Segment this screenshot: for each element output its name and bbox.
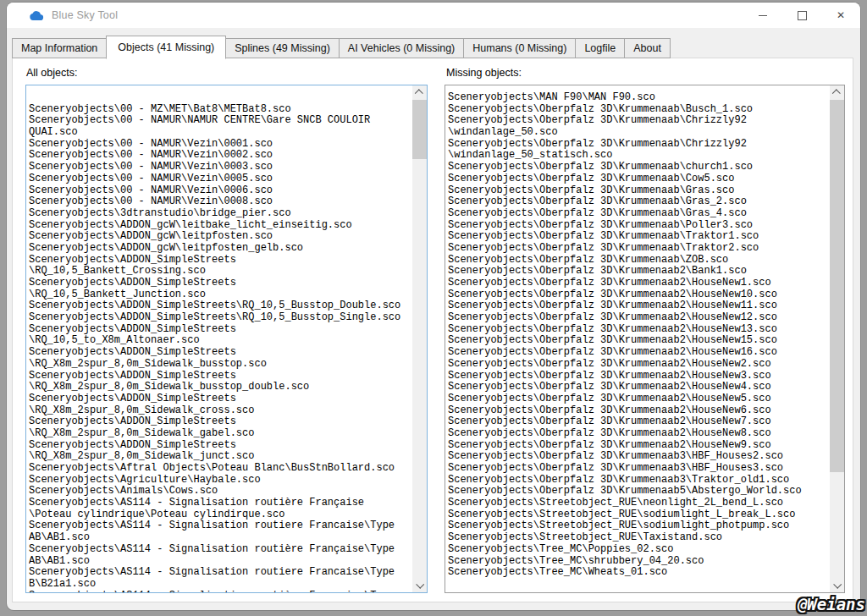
list-item[interactable]: \RQ_X8m_2spur_8,0m_Sidewalk_cross.sco	[29, 405, 412, 417]
list-item[interactable]: Sceneryobjects\00 - NAMUR\Vezin\0006.sco	[29, 185, 412, 197]
list-item[interactable]: Sceneryobjects\Oberpfalz 3D\Krummenaab\P…	[448, 220, 830, 232]
scroll-up-button[interactable]	[412, 85, 427, 100]
list-item[interactable]: Sceneryobjects\Oberpfalz 3D\Krummenaab2\…	[448, 278, 830, 289]
list-item[interactable]: Sceneryobjects\Oberpfalz 3D\Krummenaab2\…	[448, 300, 830, 312]
list-item[interactable]: Sceneryobjects\Oberpfalz 3D\Krummenaab5\…	[448, 486, 830, 498]
list-item[interactable]: Sceneryobjects\00 - NAMUR\Vezin\0001.sco	[29, 139, 412, 151]
list-item[interactable]: AB\AB1.sco	[29, 556, 412, 568]
list-item[interactable]: Sceneryobjects\00 - NAMUR\Vezin\0002.sco	[29, 150, 412, 162]
list-item[interactable]: Sceneryobjects\Oberpfalz 3D\Krummenaab3\…	[448, 451, 830, 463]
list-item[interactable]: Sceneryobjects\Oberpfalz 3D\Krummenaab2\…	[448, 393, 830, 405]
tab-map-information[interactable]: Map Information	[12, 38, 107, 58]
list-item[interactable]: Sceneryobjects\00 - NAMUR\Vezin\0003.sco	[29, 162, 412, 173]
list-item[interactable]: \windanlage_50_statisch.sco	[448, 150, 830, 162]
maximize-button[interactable]	[782, 3, 821, 28]
close-button[interactable]: ✕	[821, 3, 860, 28]
list-item[interactable]: Sceneryobjects\Oberpfalz 3D\Krummenaab2\…	[448, 405, 830, 417]
list-item[interactable]: Sceneryobjects\ADDON_SimpleStreets\RQ_10…	[29, 300, 412, 312]
scrollbar-thumb[interactable]	[412, 100, 427, 159]
list-item[interactable]: Sceneryobjects\ADDON_SimpleStreets	[29, 440, 412, 452]
list-item[interactable]: Sceneryobjects\Oberpfalz 3D\Krummenaab2\…	[448, 382, 830, 393]
list-item[interactable]: Sceneryobjects\Oberpfalz 3D\Krummenaab2\…	[448, 312, 830, 324]
scroll-down-button[interactable]	[830, 578, 844, 592]
list-item[interactable]	[29, 92, 412, 104]
tab-objects[interactable]: Objects (41 Missing)	[106, 36, 226, 59]
list-item[interactable]: Sceneryobjects\ADDON_SimpleStreets	[29, 347, 412, 359]
list-item[interactable]: Sceneryobjects\ADDON_gcW\leitbake_licht_…	[29, 220, 412, 232]
list-item[interactable]: Sceneryobjects\Tree_MC\shrubbery_04_20.s…	[448, 556, 830, 568]
list-item[interactable]: Sceneryobjects\Oberpfalz 3D\Krummenaab2\…	[448, 440, 830, 452]
list-item[interactable]: Sceneryobjects\Aftral Objects\Poteau Bla…	[29, 463, 412, 475]
list-item[interactable]: Sceneryobjects\Oberpfalz 3D\Krummenaab\C…	[448, 173, 830, 185]
list-item[interactable]: Sceneryobjects\Oberpfalz 3D\Krummenaab\C…	[448, 115, 830, 127]
list-item[interactable]: Sceneryobjects\Oberpfalz 3D\Krummenaab2\…	[448, 428, 830, 440]
list-item[interactable]: Sceneryobjects\Oberpfalz 3D\Krummenaab\T…	[448, 231, 830, 243]
list-item[interactable]: \RQ_10,5_Bankett_Crossing.sco	[29, 266, 412, 278]
tab-logfile[interactable]: Logfile	[575, 38, 625, 58]
list-item[interactable]: Sceneryobjects\Oberpfalz 3D\Krummenaab\c…	[448, 162, 830, 173]
list-item[interactable]: Sceneryobjects\Oberpfalz 3D\Krummenaab2\…	[448, 416, 830, 428]
list-item[interactable]: \RQ_X8m_2spur_8,0m_Sidewalk_busstop.sco	[29, 359, 412, 371]
list-item[interactable]: Sceneryobjects\ADDON_SimpleStreets	[29, 393, 412, 405]
tab-ai-vehicles[interactable]: AI Vehicles (0 Missing)	[339, 38, 464, 58]
list-item[interactable]: Sceneryobjects\ADDON_SimpleStreets	[29, 278, 412, 289]
list-item[interactable]: Sceneryobjects\Oberpfalz 3D\Krummenaab2\…	[448, 335, 830, 347]
list-item[interactable]: Sceneryobjects\ADDON_gcW\leitpfosten.sco	[29, 231, 412, 243]
minimize-button[interactable]	[743, 3, 782, 28]
missing-objects-scrollbar[interactable]	[830, 85, 844, 592]
list-item[interactable]: Sceneryobjects\Oberpfalz 3D\Krummenaab\G…	[448, 185, 830, 197]
list-item[interactable]: \RQ_X8m_2spur_8,0m_Sidewalk_junct.sco	[29, 451, 412, 463]
list-item[interactable]: Sceneryobjects\Oberpfalz 3D\Krummenaab\B…	[448, 104, 830, 116]
list-item[interactable]: Sceneryobjects\ADDON_SimpleStreets	[29, 371, 412, 382]
scroll-down-button[interactable]	[412, 578, 427, 592]
list-item[interactable]: Sceneryobjects\Agriculture\Haybale.sco	[29, 475, 412, 487]
list-item[interactable]: Sceneryobjects\Oberpfalz 3D\Krummenaab2\…	[448, 347, 830, 359]
list-item[interactable]: Sceneryobjects\00 - NAMUR\Vezin\0005.sco	[29, 173, 412, 185]
list-item[interactable]: Sceneryobjects\ADDON_gcW\leitpfosten_gel…	[29, 243, 412, 255]
list-item[interactable]: \RQ_X8m_2spur_8,0m_Sidewalk_gabel.sco	[29, 428, 412, 440]
list-item[interactable]: Sceneryobjects\00 - MZ\MET\Bat8\METBat8.…	[29, 104, 412, 116]
list-item[interactable]: \RQ_10,5_Bankett_Junction.sco	[29, 289, 412, 301]
list-item[interactable]: Sceneryobjects\Oberpfalz 3D\Krummenaab2\…	[448, 371, 830, 382]
list-item[interactable]: Sceneryobjects\ADDON_SimpleStreets	[29, 324, 412, 336]
list-item[interactable]: Sceneryobjects\AS114 - Signalisation rou…	[29, 567, 412, 579]
list-item[interactable]: Sceneryobjects\Streetobject_RUE\Taxistan…	[448, 532, 830, 544]
list-item[interactable]: Sceneryobjects\Oberpfalz 3D\Krummenaab2\…	[448, 289, 830, 301]
list-item[interactable]: Sceneryobjects\Streetobject_RUE\neonligh…	[448, 498, 830, 509]
list-item[interactable]: Sceneryobjects\MAN F90\MAN F90.sco	[448, 92, 830, 104]
list-item[interactable]: Sceneryobjects\Oberpfalz 3D\Krummenaab\C…	[448, 139, 830, 151]
scroll-up-button[interactable]	[830, 85, 844, 100]
list-item[interactable]: Sceneryobjects\ADDON_SimpleStreets	[29, 416, 412, 428]
list-item[interactable]: Sceneryobjects\00 - NAMUR\NAMUR CENTRE\G…	[29, 115, 412, 127]
list-item[interactable]: Sceneryobjects\00 - NAMUR\Vezin\0008.sco	[29, 196, 412, 208]
list-item[interactable]: Sceneryobjects\Oberpfalz 3D\Krummenaab2\…	[448, 359, 830, 371]
list-item[interactable]: Sceneryobjects\Streetobject_RUE\sodiumli…	[448, 509, 830, 521]
list-item[interactable]: \RQ_10,5_to_X8m_Altonaer.sco	[29, 335, 412, 347]
list-item[interactable]: Sceneryobjects\Tree_MC\Wheats_01.sco	[448, 567, 830, 579]
list-item[interactable]: Sceneryobjects\Animals\Cows.sco	[29, 486, 412, 498]
list-item[interactable]: B\B21a1.sco	[29, 579, 412, 591]
tab-humans[interactable]: Humans (0 Missing)	[463, 38, 576, 58]
list-item[interactable]: QUAI.sco	[29, 127, 412, 139]
all-objects-listbox[interactable]: Sceneryobjects\00 - MZ\MET\Bat8\METBat8.…	[25, 85, 428, 593]
list-item[interactable]: \Poteau cylindrique\Poteau cylindirque.s…	[29, 509, 412, 521]
list-item[interactable]: \RQ_X8m_2spur_8,0m_Sidewalk_busstop_doub…	[29, 382, 412, 393]
list-item[interactable]: Sceneryobjects\Oberpfalz 3D\Krummenaab\T…	[448, 243, 830, 255]
list-item[interactable]: Sceneryobjects\Oberpfalz 3D\Krummenaab\G…	[448, 208, 830, 220]
list-item[interactable]: Sceneryobjects\AS114 - Signalisation rou…	[29, 498, 412, 509]
list-item[interactable]: Sceneryobjects\Tree_MC\Poppies_02.sco	[448, 544, 830, 556]
missing-objects-listbox[interactable]: Sceneryobjects\MAN F90\MAN F90.scoScener…	[445, 85, 845, 593]
list-item[interactable]: Sceneryobjects\AS114 - Signalisation rou…	[29, 520, 412, 532]
tab-about[interactable]: About	[624, 38, 671, 58]
list-item[interactable]: Sceneryobjects\ADDON_SimpleStreets	[29, 255, 412, 267]
list-item[interactable]: Sceneryobjects\ADDON_SimpleStreets\RQ_10…	[29, 312, 412, 324]
scrollbar-thumb[interactable]	[830, 100, 844, 472]
list-item[interactable]: Sceneryobjects\Streetobject_RUE\sodiumli…	[448, 520, 830, 532]
tab-splines[interactable]: Splines (49 Missing)	[225, 38, 340, 58]
list-item[interactable]: Sceneryobjects\3dtranstudio\bridge_pier.…	[29, 208, 412, 220]
list-item[interactable]: Sceneryobjects\Oberpfalz 3D\Krummenaab3\…	[448, 463, 830, 475]
list-item[interactable]: Sceneryobjects\Oberpfalz 3D\Krummenaab2\…	[448, 266, 830, 278]
list-item[interactable]: Sceneryobjects\Oberpfalz 3D\Krummenaab3\…	[448, 475, 830, 487]
list-item[interactable]: Sceneryobjects\Oberpfalz 3D\Krummenaab\Z…	[448, 255, 830, 267]
list-item[interactable]: Sceneryobjects\AS114 - Signalisation rou…	[29, 591, 412, 592]
